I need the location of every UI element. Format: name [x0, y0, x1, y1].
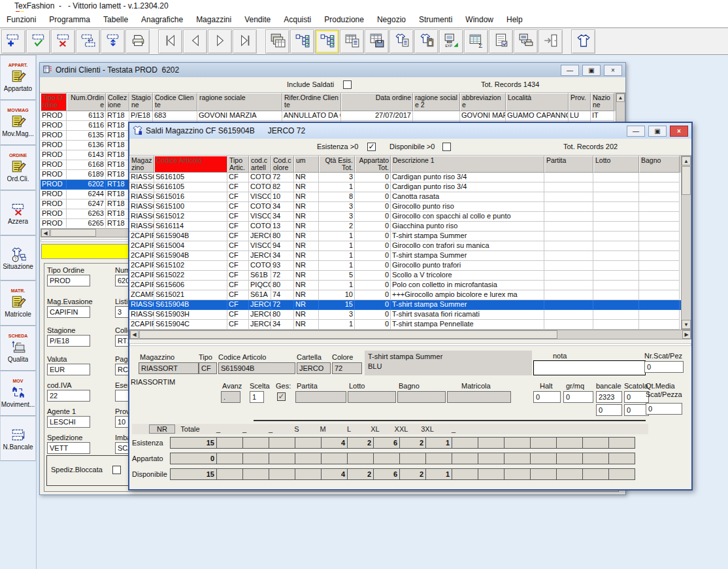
bagno-field[interactable]: [397, 391, 446, 403]
form-field-magevasione[interactable]: CAPIFIN: [47, 306, 90, 318]
maximize-button[interactable]: ▣: [648, 126, 667, 137]
table-row[interactable]: 2CAPIFIS615904BCFJERCO80NR10T-shirt stam…: [129, 232, 681, 241]
size-cell[interactable]: [557, 453, 583, 464]
matricola-field[interactable]: [447, 391, 511, 403]
first-record-button[interactable]: [158, 29, 182, 54]
size-cell[interactable]: 4: [322, 468, 348, 480]
menu-item-window[interactable]: Window: [459, 13, 500, 26]
form-field-stagione[interactable]: P/E18: [47, 335, 90, 347]
workflow-check-button[interactable]: [290, 29, 314, 54]
saldi-vscrollbar[interactable]: ▲ ▼: [681, 156, 691, 330]
size-cell[interactable]: [295, 468, 322, 480]
menu-item-vendite[interactable]: Vendite: [238, 13, 277, 26]
size-cell[interactable]: [583, 468, 609, 480]
size-cell[interactable]: [505, 468, 531, 480]
size-cell[interactable]: [295, 453, 322, 464]
size-cell[interactable]: 2: [400, 437, 426, 449]
export-button[interactable]: EXP: [439, 29, 463, 54]
shirt-paste-button[interactable]: [414, 29, 438, 54]
column-header[interactable]: cod.cartella: [249, 156, 271, 173]
menu-item-negozio[interactable]: Negozio: [371, 13, 412, 26]
cartella-field[interactable]: JERCO: [297, 362, 331, 374]
saldi-hscrollbar[interactable]: ◀ ▶: [129, 330, 691, 339]
size-cell[interactable]: [452, 437, 478, 449]
size-cell[interactable]: [348, 453, 374, 464]
confirm-record-button[interactable]: [26, 29, 50, 54]
size-cell[interactable]: [531, 437, 557, 449]
column-header[interactable]: Partita: [544, 156, 593, 173]
column-header[interactable]: Codice Articolo: [154, 156, 227, 173]
size-cell[interactable]: [505, 453, 531, 464]
sidebar-item-ordcli[interactable]: ORDINEOrd.Cli.: [0, 145, 36, 190]
lotto-field[interactable]: [348, 391, 396, 403]
size-cell[interactable]: [583, 437, 609, 449]
form-field-spedizione[interactable]: VETT: [47, 442, 90, 454]
size-cell[interactable]: [217, 453, 243, 464]
tipo-field[interactable]: CF: [199, 362, 217, 374]
workflow-check-active-button[interactable]: [315, 29, 339, 54]
table-row[interactable]: RIASSCS615903HCFJERCO80NR30T-shirt svasa…: [129, 310, 681, 320]
size-cell[interactable]: 6: [374, 468, 400, 480]
partita-field[interactable]: [295, 391, 346, 403]
menu-item-tabelle[interactable]: Tabelle: [97, 13, 135, 26]
column-header[interactable]: Nazione: [591, 93, 614, 111]
size-cell[interactable]: [583, 453, 609, 464]
new-record-button[interactable]: [1, 29, 25, 54]
exit-button[interactable]: [538, 29, 563, 54]
document-button[interactable]: [489, 29, 513, 54]
form-field-codiva[interactable]: 22: [47, 390, 90, 402]
esistenza-checkbox[interactable]: ✓: [367, 143, 376, 151]
size-cell[interactable]: [531, 453, 557, 464]
column-header[interactable]: Rifer.Ordine Cliente: [282, 93, 341, 111]
bancale-field-2[interactable]: 0: [596, 404, 622, 416]
column-header[interactable]: Tipo Artic.: [227, 156, 249, 173]
disponibile-checkbox[interactable]: [442, 143, 451, 151]
bancale-field-1[interactable]: 2323: [596, 391, 622, 403]
table-sum-button[interactable]: Σ: [464, 29, 488, 54]
table-row[interactable]: PROD6113RT18P/E18683GOVONI MARZIAANNULLA…: [41, 111, 616, 121]
size-cell[interactable]: [557, 437, 583, 449]
table-row[interactable]: RIASSCS616105CFCOTON82NR10Cardigan punto…: [129, 182, 681, 192]
qtmedia-field[interactable]: 0: [646, 403, 682, 415]
sidebar-item-appartato[interactable]: APPART.Appartato: [0, 55, 36, 100]
last-record-button[interactable]: [233, 29, 257, 54]
table-row[interactable]: 2CAPIFIS615022CFS61B72NR50Scollo a V tri…: [129, 271, 681, 281]
size-cell[interactable]: [269, 453, 295, 464]
column-header[interactable]: Data ordine: [341, 93, 413, 111]
menu-item-acquisti[interactable]: Acquisti: [277, 13, 318, 26]
sidebar-item-azzera[interactable]: Azzera: [0, 190, 36, 235]
column-header[interactable]: Magazzino: [129, 156, 154, 173]
table-row[interactable]: ZCAMPS615021CFS61A74NR100+++Girocollo am…: [129, 290, 681, 300]
sidebar-item-nbancale[interactable]: N.Bancale: [0, 416, 36, 461]
size-cell[interactable]: 2: [348, 468, 374, 480]
size-cell[interactable]: [243, 453, 269, 464]
column-header[interactable]: ragione sociale: [197, 93, 282, 111]
shirt-button[interactable]: [571, 29, 595, 54]
window-titlebar[interactable]: Saldi Magazzino CF S615904B JERCO 72 — ▣…: [129, 123, 691, 139]
table-row[interactable]: RIASSCS615016CFVISCO10NR80Canotta rasata: [129, 192, 681, 202]
size-cell[interactable]: [374, 453, 400, 464]
column-header[interactable]: abbreviazione: [460, 93, 506, 111]
column-header[interactable]: Collezione: [106, 93, 129, 111]
column-header[interactable]: Appartato Tot.: [355, 156, 391, 173]
table-row[interactable]: RIASSCS616105CFCOTON72NR30Cardigan punto…: [129, 173, 681, 182]
size-cell[interactable]: [557, 468, 583, 480]
codice-articolo-field[interactable]: S615904B: [218, 362, 295, 374]
size-cell[interactable]: [295, 437, 322, 449]
colore-field[interactable]: 72: [332, 362, 362, 374]
table-save-button[interactable]: [365, 29, 389, 54]
menu-item-produzione[interactable]: Produzione: [318, 13, 371, 26]
maximize-button[interactable]: ▣: [582, 65, 601, 76]
nota-field[interactable]: [533, 360, 646, 375]
resequence-record-button[interactable]: [101, 29, 125, 54]
size-cell[interactable]: [269, 468, 295, 480]
column-header[interactable]: ragione sociale 2: [413, 93, 460, 111]
magazzino-field[interactable]: RIASSORT: [139, 362, 199, 374]
size-cell[interactable]: [426, 453, 452, 464]
minimize-button[interactable]: —: [561, 65, 579, 76]
column-header[interactable]: um: [294, 156, 319, 173]
size-cell[interactable]: 1: [426, 468, 452, 480]
sidebar-item-movmag[interactable]: MOVMAGMov.Mag...: [0, 100, 36, 145]
sidebar-item-moviment[interactable]: MOVMoviment...: [0, 371, 36, 416]
table-row[interactable]: RIASSCS615904BCFJERCO72NR150T-shirt stam…: [129, 300, 681, 310]
